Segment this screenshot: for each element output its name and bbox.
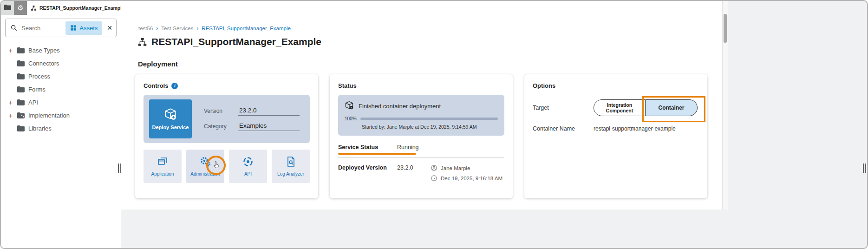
controls-card-title: Controls i (144, 82, 310, 89)
service-icon (31, 5, 37, 11)
container-name-label: Container Name (533, 125, 594, 132)
service-status-value: Running (397, 144, 419, 151)
tile-label: Log Analyzer (277, 171, 304, 177)
page-title: RESTAPI_SupportManager_Example (137, 36, 321, 47)
tree-item-connectors[interactable]: Connectors (1, 57, 121, 70)
titlebar: ⚙ RESTAPI_SupportManager_Example (1, 1, 121, 15)
breadcrumb-item-current[interactable]: RESTAPI_SupportManager_Example (202, 26, 291, 31)
target-option-integration-component[interactable]: Integration Component (594, 99, 646, 116)
deployed-version-label: Deployed Version (338, 164, 397, 182)
options-card-title: Options (533, 82, 699, 89)
controls-title-text: Controls (144, 82, 168, 89)
close-icon[interactable]: ✕ (107, 24, 112, 32)
status-message: Finished container deployment (359, 103, 441, 110)
expand-toggle[interactable]: + (7, 46, 14, 54)
folder-icon (17, 73, 25, 79)
search-input[interactable] (20, 24, 65, 32)
scrollbar-thumb[interactable] (724, 14, 727, 43)
container-deploy-icon (345, 101, 354, 111)
breadcrumb-item-project[interactable]: test56 (138, 26, 153, 31)
started-by-text: Started by: Jane Marple at Dec 19, 2025,… (362, 124, 498, 130)
info-icon[interactable]: i (171, 83, 178, 89)
status-panel: Finished container deployment 100% Start… (338, 95, 504, 136)
deploy-service-button[interactable]: Deploy Service (149, 99, 192, 138)
deployment-cards: Controls i Deploy Service Version 23.2.0 (135, 74, 707, 198)
status-card: Status Finished container deployment 100… (330, 74, 513, 198)
annotation-underline (338, 153, 416, 155)
options-card: Options Target Integration Component Con… (524, 74, 707, 198)
chevron-right-icon: › (196, 25, 198, 32)
divider (338, 157, 504, 158)
breadcrumb-item-folder[interactable]: Test-Services (161, 26, 193, 31)
administration-button[interactable]: Administration (186, 150, 224, 183)
files-button[interactable] (1, 1, 14, 15)
category-input[interactable]: Examples (238, 122, 300, 131)
tree-item-label: Connectors (28, 60, 59, 67)
assets-filter-toggle[interactable]: Assets (65, 21, 102, 35)
version-label: Version (204, 108, 230, 116)
gears-icon (200, 156, 211, 169)
application-icon (157, 156, 168, 169)
tree-item-label: API (28, 99, 38, 106)
service-status-label: Service Status (338, 144, 397, 151)
deploy-meta: Jane Marple Dec 19, 2025, 9:16:18 AM (431, 164, 503, 182)
tab-service[interactable]: RESTAPI_SupportManager_Example (27, 1, 121, 15)
tree-item-process[interactable]: Process (1, 70, 121, 83)
expand-toggle[interactable]: + (7, 111, 14, 119)
application-button[interactable]: Application (144, 150, 182, 183)
gear-icon: ⚙ (17, 4, 23, 12)
tree-item-api[interactable]: + API (1, 96, 121, 109)
tree-item-label: Process (28, 73, 50, 80)
deployed-by-name: Jane Marple (441, 165, 470, 171)
tree-item-label: Forms (28, 86, 46, 93)
target-option-container[interactable]: Container (646, 99, 698, 116)
service-icon (137, 37, 147, 47)
asset-tree: + Base Types Connectors Process Forms + (1, 44, 121, 135)
page-title-text: RESTAPI_SupportManager_Example (151, 36, 321, 47)
settings-button[interactable]: ⚙ (14, 1, 27, 15)
container-name-row: Container Name restapi-supportmanager-ex… (533, 125, 699, 132)
target-row: Target Integration Component Container (533, 99, 699, 116)
tile-label: Application (151, 171, 174, 177)
vertical-scrollbar[interactable] (722, 1, 728, 210)
controls-card: Controls i Deploy Service Version 23.2.0 (135, 74, 318, 198)
target-segmented-control: Integration Component Container (594, 99, 698, 116)
deployed-time-line: Dec 19, 2025, 9:16:18 AM (431, 175, 503, 182)
search-icon (10, 24, 18, 32)
api-icon (242, 156, 254, 169)
category-field-row: Category Examples (204, 122, 300, 131)
controls-tiles: Application Administration API (144, 150, 310, 183)
deploy-fields: Version 23.2.0 Category Examples (204, 107, 300, 131)
service-status-row: Service Status Running (338, 144, 504, 151)
clock-icon (431, 175, 437, 182)
tile-label: API (244, 171, 252, 177)
folder-icon (17, 47, 25, 53)
log-analyzer-icon (285, 156, 296, 169)
section-heading: Deployment (138, 60, 178, 68)
api-button[interactable]: API (229, 150, 267, 183)
tab-label: RESTAPI_SupportManager_Example (39, 5, 121, 11)
panel-resize-handle[interactable] (863, 164, 866, 173)
tree-item-libraries[interactable]: Libraries (1, 122, 121, 135)
assets-grid-icon (70, 25, 77, 31)
folder-icon (17, 86, 25, 92)
log-analyzer-button[interactable]: Log Analyzer (272, 150, 310, 183)
sidebar: Assets ✕ + Base Types Connectors Process (1, 15, 121, 248)
tree-item-forms[interactable]: Forms (1, 83, 121, 96)
sidebar-resize-handle[interactable] (118, 164, 121, 173)
folder-implementation-icon (17, 112, 25, 118)
tree-item-label: Libraries (28, 125, 52, 132)
tree-item-base-types[interactable]: + Base Types (1, 44, 121, 57)
deployed-by-line: Jane Marple (431, 164, 503, 171)
tree-item-implementation[interactable]: + Implementation (1, 109, 121, 122)
folder-icon (17, 60, 25, 66)
breadcrumb: test56 › Test-Services › RESTAPI_Support… (138, 25, 291, 32)
tree-item-label: Implementation (28, 112, 70, 119)
assets-label: Assets (79, 25, 98, 32)
progress-percent: 100% (345, 116, 357, 121)
main-content: test56 › Test-Services › RESTAPI_Support… (121, 1, 728, 210)
version-input[interactable]: 23.2.0 (238, 107, 300, 116)
person-icon (431, 164, 437, 171)
tree-item-label: Base Types (28, 47, 60, 54)
expand-toggle[interactable]: + (7, 98, 14, 106)
